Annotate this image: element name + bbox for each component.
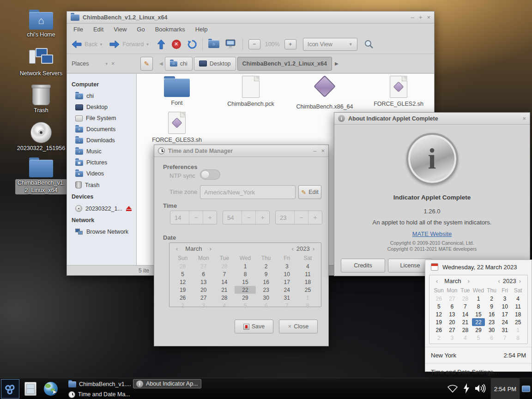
calendar-day[interactable]: 19 (432, 318, 446, 326)
mate-website-link[interactable]: MATE Website (412, 230, 452, 237)
places-header[interactable]: Places ▾ × (67, 60, 137, 67)
calendar-day[interactable]: 13 (193, 278, 214, 286)
calendar-day[interactable]: 1 (511, 326, 525, 334)
refresh-icon[interactable] (187, 40, 197, 49)
forward-dropdown-icon[interactable]: ▾ (146, 42, 149, 47)
sidebar-item-music[interactable]: ♪Music (67, 146, 136, 157)
sidebar-item-downloads[interactable]: ↓Downloads (67, 135, 136, 146)
calendar-day[interactable]: 6 (256, 302, 277, 309)
edit-location-button[interactable]: ✎ (140, 57, 153, 71)
calendar-day[interactable]: 4 (297, 262, 318, 270)
sidebar-item-pictures[interactable]: ▣Pictures (67, 157, 136, 168)
calendar-day[interactable]: 16 (485, 310, 498, 318)
menu-help[interactable]: Help (195, 26, 208, 33)
file-chimbabench-x86-64[interactable]: ChimbaBench.x86_64 (290, 76, 359, 110)
power-icon[interactable] (463, 383, 470, 393)
calendar-day-selected[interactable]: 22 (472, 318, 485, 326)
calendar-day[interactable]: 4 (459, 334, 472, 342)
minimize-button[interactable]: – (313, 148, 316, 154)
calendar-day[interactable]: 17 (277, 278, 297, 286)
up-icon[interactable] (157, 39, 165, 49)
back-icon[interactable] (72, 40, 82, 48)
calendar-day[interactable]: 3 (446, 334, 459, 342)
calendar-day[interactable]: 7 (214, 270, 235, 278)
view-mode-select[interactable]: Icon View▼ (303, 38, 357, 51)
calendar-day[interactable]: 8 (235, 270, 255, 278)
hour-minus-button[interactable]: − (189, 211, 203, 224)
calendar-day[interactable]: 20 (193, 286, 214, 294)
calendar-day[interactable]: 3 (498, 295, 512, 302)
prev-month-button[interactable]: ‹ (433, 278, 441, 284)
calendar-day[interactable]: 28 (214, 294, 235, 302)
calendar-day[interactable]: 28 (459, 295, 472, 302)
sidebar-item-documents[interactable]: ≡Documents (67, 124, 136, 135)
calendar-day[interactable]: 1 (235, 262, 255, 270)
breadcrumb-scroll-left-icon[interactable]: ◀ (159, 61, 163, 66)
calendar-day[interactable]: 26 (172, 262, 193, 270)
calendar-day[interactable]: 31 (277, 294, 297, 302)
calendar-day[interactable]: 27 (446, 295, 459, 302)
calendar-day[interactable]: 9 (256, 270, 277, 278)
time-date-settings-item[interactable]: Time and Date Settings… (425, 366, 532, 377)
calendar-day[interactable]: 21 (214, 286, 235, 294)
calendar-day[interactable]: 16 (256, 278, 277, 286)
breadcrumb-scroll-right-icon[interactable]: ▶ (335, 61, 339, 66)
file-force-gles2[interactable]: FORCE_GLES2.sh (364, 76, 433, 107)
hour-stepper[interactable]: 14 − + (170, 211, 217, 224)
menu-go[interactable]: Go (137, 26, 145, 33)
calendar-day[interactable]: 12 (432, 310, 446, 318)
calendar-day[interactable]: 13 (446, 310, 459, 318)
calendar-day[interactable]: 25 (511, 318, 525, 326)
calendar-day[interactable]: 4 (511, 295, 525, 302)
calendar-day[interactable]: 2 (172, 302, 193, 309)
calendar-day[interactable]: 25 (297, 286, 318, 294)
calendar-day[interactable]: 5 (172, 270, 193, 278)
calendar-day[interactable]: 28 (459, 326, 472, 334)
calendar-day[interactable]: 17 (498, 310, 512, 318)
calendar-day[interactable]: 7 (498, 334, 512, 342)
calendar-day[interactable]: 19 (172, 286, 193, 294)
calendar-day[interactable]: 6 (193, 270, 214, 278)
calendar-day[interactable]: 20 (446, 318, 459, 326)
save-button[interactable]: Save (235, 320, 273, 333)
sidebar-item-browse-network[interactable]: Browse Network (67, 226, 136, 237)
back-dropdown-icon[interactable]: ▾ (100, 42, 103, 47)
file-font[interactable]: Font (142, 79, 212, 106)
calendar-day[interactable]: 1 (472, 295, 485, 302)
calendar-day[interactable]: 5 (235, 302, 255, 309)
zoom-in-button[interactable]: + (284, 39, 296, 49)
calendar-day[interactable]: 30 (256, 294, 277, 302)
calendar-day[interactable]: 4 (214, 302, 235, 309)
calendar-day[interactable]: 8 (297, 302, 318, 309)
taskbar-window-about[interactable]: i About Indicator Ap... (133, 379, 201, 388)
calendar-day-selected[interactable]: 22 (235, 286, 255, 294)
calendar-day[interactable]: 23 (256, 286, 277, 294)
sidebar-item-disc[interactable]: 20230322_1... (67, 203, 136, 214)
maximize-button[interactable]: + (419, 14, 423, 20)
zoom-out-button[interactable]: − (248, 39, 260, 49)
timezone-edit-button[interactable]: ✎ Edit (298, 185, 321, 199)
calendar-day[interactable]: 26 (432, 295, 446, 302)
sidebar-item-filesystem[interactable]: File System (67, 113, 136, 124)
calendar-day[interactable]: 26 (432, 326, 446, 334)
prev-month-button[interactable]: ‹ (173, 245, 181, 252)
sidebar-item-desktop[interactable]: Desktop (67, 102, 136, 113)
calendar-day[interactable]: 11 (297, 270, 318, 278)
calendar-day[interactable]: 9 (485, 302, 498, 310)
hour-plus-button[interactable]: + (203, 211, 217, 224)
calendar-day[interactable]: 27 (193, 294, 214, 302)
calendar-day[interactable]: 15 (235, 278, 255, 286)
next-month-button[interactable]: › (465, 278, 472, 284)
calendar-day[interactable]: 3 (277, 262, 297, 270)
second-plus-button[interactable]: + (308, 211, 322, 224)
next-year-button[interactable]: › (310, 245, 317, 252)
calendar-day[interactable]: 10 (498, 302, 512, 310)
calendar-day[interactable]: 7 (459, 302, 472, 310)
second-stepper[interactable]: 23 − + (275, 211, 322, 224)
calendar-day[interactable]: 3 (193, 302, 214, 309)
calendar-day[interactable]: 2 (256, 262, 277, 270)
desktop-icon-chimbabench-folder[interactable]: ChimbaBench_v1.2_Linux_x64 (11, 160, 72, 194)
calendar-day[interactable]: 5 (472, 334, 485, 342)
calendar-day[interactable]: 10 (277, 270, 297, 278)
menu-bookmarks[interactable]: Bookmarks (155, 26, 185, 33)
